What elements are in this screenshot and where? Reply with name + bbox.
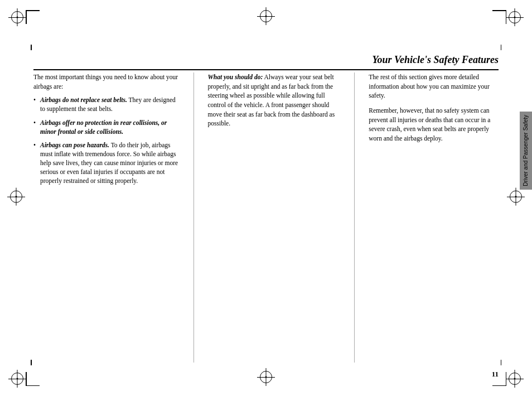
bullet2-bold: Airbags offer no protection in rear coll… bbox=[40, 119, 167, 135]
col2-body: Always wear your seat belt properly, and… bbox=[208, 74, 335, 127]
col-divider-2 bbox=[354, 73, 355, 363]
corner-mark-top-left bbox=[10, 10, 27, 27]
page-number: 11 bbox=[492, 369, 499, 379]
column-3: The rest of this section gives more deta… bbox=[360, 73, 510, 363]
content-area: The most important things you need to kn… bbox=[33, 73, 510, 363]
corner-mark-bottom-left bbox=[10, 369, 27, 386]
col2-what-should-do: What you should do: Always wear your sea… bbox=[208, 73, 341, 128]
top-dash-left bbox=[31, 45, 32, 50]
bullet3-bold: Airbags can pose hazards. bbox=[40, 142, 109, 148]
bullet1-bold: Airbags do not replace seat belts. bbox=[40, 96, 127, 103]
top-dash-right bbox=[501, 45, 502, 50]
page: Your Vehicle's Safety Features Driver an… bbox=[0, 0, 532, 396]
list-item-1: Airbags do not replace seat belts. They … bbox=[33, 95, 180, 113]
col1-intro: The most important things you need to kn… bbox=[33, 73, 180, 91]
crosshair-top bbox=[260, 10, 272, 25]
sidebar-tab: Driver and Passenger Safety bbox=[520, 112, 532, 190]
col3-para1: The rest of this section gives more deta… bbox=[369, 73, 501, 100]
crosshair-bottom bbox=[260, 371, 272, 386]
col-divider-1 bbox=[194, 73, 194, 363]
col2-label: What you should do: bbox=[208, 74, 263, 80]
corner-mark-bottom-right bbox=[505, 369, 522, 386]
col3-para2: Remember, however, that no safety system… bbox=[369, 106, 501, 143]
column-2: What you should do: Always wear your sea… bbox=[200, 73, 349, 363]
crosshair-right bbox=[510, 191, 522, 206]
page-title: Your Vehicle's Safety Features bbox=[372, 54, 499, 65]
crosshair-left bbox=[10, 191, 22, 206]
page-header: Your Vehicle's Safety Features bbox=[33, 53, 499, 70]
column-1: The most important things you need to kn… bbox=[33, 73, 188, 363]
bottom-dash-left bbox=[31, 360, 32, 365]
list-item-3: Airbags can pose hazards. To do their jo… bbox=[33, 141, 180, 185]
bullet-list: Airbags do not replace seat belts. They … bbox=[33, 95, 180, 185]
sidebar-tab-label: Driver and Passenger Safety bbox=[522, 115, 530, 186]
corner-mark-top-right bbox=[505, 10, 522, 27]
list-item-2: Airbags offer no protection in rear coll… bbox=[33, 118, 180, 136]
